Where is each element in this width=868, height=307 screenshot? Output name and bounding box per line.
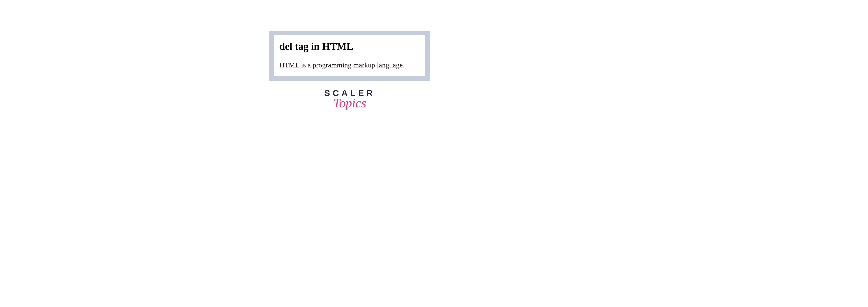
example-output-card: del tag in HTML HTML is a programming ma… [269, 31, 430, 81]
sentence-prefix: HTML is a [279, 61, 312, 69]
card-heading: del tag in HTML [279, 40, 420, 52]
deleted-text: programming [312, 61, 351, 69]
card-paragraph: HTML is a programming markup language. [279, 60, 420, 70]
sentence-suffix: markup language. [351, 61, 405, 69]
scaler-topics-logo: SCALER Topics [316, 88, 383, 110]
